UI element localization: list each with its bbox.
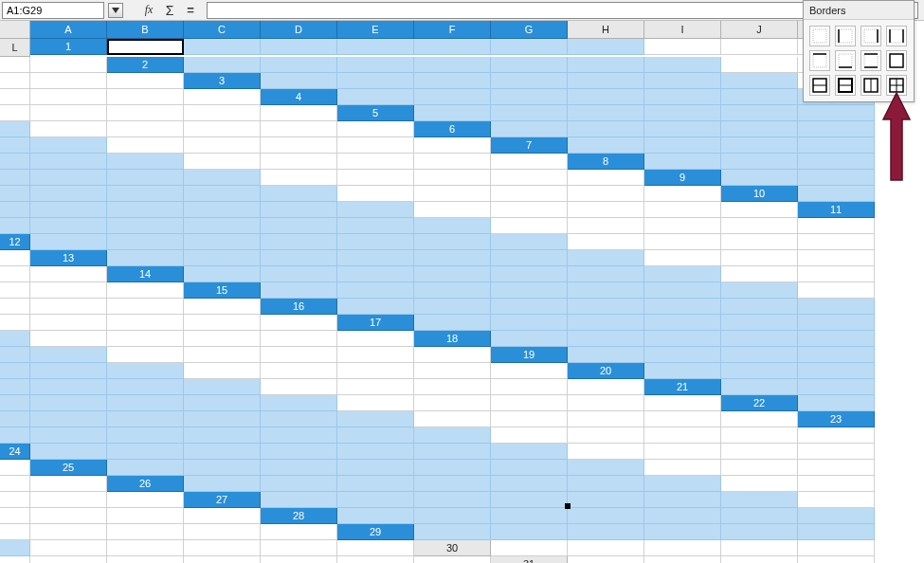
- cell[interactable]: [721, 379, 798, 395]
- row-header[interactable]: 22: [721, 395, 798, 411]
- cell[interactable]: [491, 266, 568, 282]
- border-top-bottom-button[interactable]: [861, 50, 881, 71]
- cell[interactable]: [0, 299, 30, 315]
- cell[interactable]: [721, 266, 798, 282]
- cell[interactable]: [184, 540, 261, 556]
- row-header[interactable]: 15: [184, 282, 261, 299]
- cell[interactable]: [184, 444, 261, 460]
- cell[interactable]: [568, 299, 644, 315]
- cell[interactable]: [491, 234, 568, 250]
- cell[interactable]: [30, 315, 107, 331]
- cell[interactable]: [644, 556, 721, 563]
- cell[interactable]: [107, 460, 184, 476]
- cell[interactable]: [721, 105, 798, 121]
- row-header[interactable]: 1: [30, 39, 107, 55]
- cell[interactable]: [798, 315, 875, 331]
- cell[interactable]: [644, 395, 721, 411]
- cell[interactable]: [721, 427, 798, 444]
- cell[interactable]: [568, 492, 644, 508]
- border-left-right-button[interactable]: [886, 26, 907, 46]
- cell[interactable]: [798, 460, 875, 476]
- cell[interactable]: [644, 315, 721, 331]
- cell[interactable]: [261, 121, 337, 137]
- cell[interactable]: [107, 379, 184, 395]
- cell[interactable]: [721, 250, 798, 266]
- cell[interactable]: [261, 379, 337, 395]
- cell[interactable]: [184, 379, 261, 395]
- cell[interactable]: [107, 363, 184, 379]
- cell[interactable]: [644, 492, 721, 508]
- cell[interactable]: [568, 137, 644, 154]
- cell[interactable]: [184, 202, 261, 218]
- cell[interactable]: [0, 170, 30, 186]
- cell[interactable]: [798, 299, 875, 315]
- row-header[interactable]: 18: [414, 331, 491, 347]
- cell[interactable]: [261, 524, 337, 540]
- cell[interactable]: [30, 282, 107, 299]
- cell[interactable]: [414, 105, 491, 121]
- cell[interactable]: [798, 331, 875, 347]
- cell[interactable]: [261, 266, 337, 282]
- cell[interactable]: [30, 331, 107, 347]
- cell[interactable]: [0, 315, 30, 331]
- cell[interactable]: [414, 524, 491, 540]
- cell[interactable]: [107, 524, 184, 540]
- row-header[interactable]: 29: [337, 524, 414, 540]
- cell[interactable]: [261, 282, 337, 299]
- cell[interactable]: [337, 395, 414, 411]
- row-header[interactable]: 24: [0, 444, 30, 460]
- cell[interactable]: [568, 89, 644, 105]
- row-header[interactable]: 31: [491, 556, 568, 563]
- cell[interactable]: [721, 57, 798, 73]
- cell[interactable]: [107, 282, 184, 299]
- cell[interactable]: [337, 250, 414, 266]
- cell[interactable]: [184, 315, 261, 331]
- cell[interactable]: [30, 121, 107, 137]
- cell[interactable]: [414, 57, 491, 73]
- cell[interactable]: [568, 105, 644, 121]
- row-header[interactable]: 20: [568, 363, 644, 379]
- cell[interactable]: [184, 170, 261, 186]
- cell[interactable]: [107, 556, 184, 563]
- cell[interactable]: [798, 347, 875, 363]
- cell[interactable]: [798, 476, 875, 492]
- cell[interactable]: [107, 186, 184, 202]
- cell[interactable]: [0, 427, 30, 444]
- cell[interactable]: [30, 137, 107, 154]
- column-header[interactable]: H: [568, 21, 644, 39]
- cell[interactable]: [721, 444, 798, 460]
- cell[interactable]: [337, 363, 414, 379]
- row-header[interactable]: 26: [107, 476, 184, 492]
- cell[interactable]: [491, 299, 568, 315]
- cell[interactable]: [414, 39, 491, 55]
- cell[interactable]: [568, 282, 644, 299]
- cell[interactable]: [337, 427, 414, 444]
- cell[interactable]: [337, 218, 414, 234]
- cell[interactable]: [644, 363, 721, 379]
- cell[interactable]: [261, 73, 337, 89]
- cell[interactable]: [414, 508, 491, 524]
- cell[interactable]: [491, 73, 568, 89]
- cell[interactable]: [491, 170, 568, 186]
- cell[interactable]: [414, 363, 491, 379]
- cell[interactable]: [414, 395, 491, 411]
- cell[interactable]: [644, 73, 721, 89]
- cell[interactable]: [414, 89, 491, 105]
- cell[interactable]: [721, 508, 798, 524]
- row-header[interactable]: 12: [0, 234, 30, 250]
- cell[interactable]: [337, 170, 414, 186]
- row-header[interactable]: 7: [491, 137, 568, 154]
- row-header[interactable]: 4: [261, 89, 337, 105]
- cell[interactable]: [337, 331, 414, 347]
- cell[interactable]: [414, 427, 491, 444]
- selection-handle[interactable]: [565, 503, 571, 509]
- cell[interactable]: [30, 202, 107, 218]
- cell[interactable]: [491, 121, 568, 137]
- cell[interactable]: [30, 154, 107, 170]
- cell[interactable]: [184, 39, 261, 55]
- cell[interactable]: [644, 186, 721, 202]
- cell[interactable]: [107, 89, 184, 105]
- cell[interactable]: [414, 411, 491, 427]
- cell[interactable]: [491, 57, 568, 73]
- cell[interactable]: [644, 57, 721, 73]
